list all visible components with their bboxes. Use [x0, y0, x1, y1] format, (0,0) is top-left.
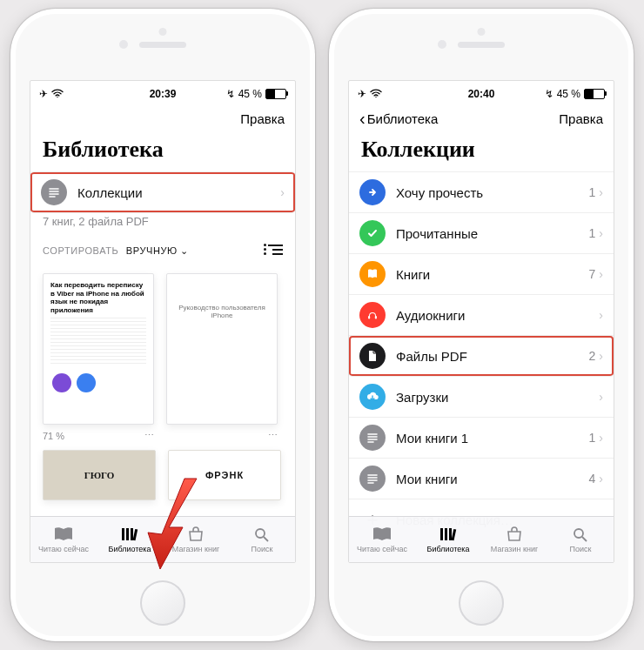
collection-row[interactable]: Аудиокниги› [349, 295, 614, 336]
tab-search[interactable]: Поиск [229, 517, 295, 562]
status-bar: ✈︎ 20:40 ↯ 45 % [349, 81, 614, 104]
collection-row[interactable]: Загрузки› [349, 377, 614, 418]
collections-row[interactable]: Коллекции › [30, 171, 295, 213]
collection-label: Мои книги [396, 472, 589, 486]
collection-label: Хочу прочесть [396, 185, 589, 200]
tab-reading-now[interactable]: Читаю сейчас [30, 517, 97, 562]
chevron-right-icon: › [599, 472, 603, 486]
collection-row[interactable]: Прочитанные1› [349, 213, 614, 254]
chevron-right-icon: › [599, 431, 603, 445]
svg-point-4 [256, 529, 265, 538]
tab-reading-now[interactable]: Читаю сейчас [349, 517, 415, 562]
collection-icon [359, 343, 386, 369]
chevron-right-icon: › [599, 185, 603, 199]
collection-icon [359, 261, 386, 287]
collection-count: 2 [589, 349, 596, 363]
home-button[interactable] [459, 580, 504, 626]
chevron-right-icon: › [599, 349, 603, 363]
status-time: 20:40 [349, 88, 614, 100]
chevron-down-icon: ⌄ [180, 245, 189, 256]
collection-icon [359, 179, 386, 205]
edit-button[interactable]: Правка [559, 111, 603, 126]
collection-icon [359, 220, 386, 246]
tab-library[interactable]: Библиотека [97, 517, 163, 562]
book-item[interactable]: ГЮГО [43, 450, 156, 500]
collection-count: 4 [589, 472, 596, 486]
tab-store[interactable]: Магазин книг [163, 517, 229, 562]
collection-label: Книги [396, 267, 589, 282]
tab-search[interactable]: Поиск [547, 517, 614, 562]
collection-count: 1 [589, 226, 596, 240]
collection-icon [359, 302, 386, 328]
svg-rect-9 [440, 528, 443, 540]
phone-right: ✈︎ 20:40 ↯ 45 % ‹Библиотека Правка Колле… [329, 9, 634, 641]
screen-collections: ✈︎ 20:40 ↯ 45 % ‹Библиотека Правка Колле… [348, 80, 614, 563]
nav-bar: Правка [30, 104, 295, 133]
more-icon[interactable]: ⋯ [144, 430, 154, 441]
collection-icon [359, 466, 386, 492]
tab-bar: Читаю сейчас Библиотека Магазин книг Пои… [349, 516, 614, 562]
collections-list: Хочу прочесть1›Прочитанные1›Книги7›Аудио… [349, 171, 614, 499]
status-time: 20:39 [30, 88, 295, 100]
two-phone-stage: Яблык ✈︎ 20:39 ↯ 45 % [0, 0, 644, 650]
svg-rect-8 [375, 316, 377, 319]
svg-point-13 [574, 529, 583, 538]
svg-rect-11 [449, 528, 452, 540]
chevron-left-icon: ‹ [359, 110, 366, 127]
book-progress: 71 % [43, 431, 64, 441]
chevron-right-icon: › [599, 267, 603, 281]
chevron-right-icon: › [599, 308, 603, 322]
chevron-right-icon: › [280, 185, 285, 199]
page-title: Библиотека [30, 133, 295, 171]
page-title: Коллекции [349, 133, 614, 171]
collection-label: Аудиокниги [396, 308, 595, 323]
book-item[interactable]: Как переводить переписку в Viber на iPho… [43, 273, 154, 441]
sort-bar: СОРТИРОВАТЬ ВРУЧНУЮ ⌄ [30, 237, 295, 266]
svg-line-14 [582, 537, 587, 541]
collection-label: Мои книги 1 [396, 431, 589, 446]
tab-store[interactable]: Магазин книг [481, 517, 547, 562]
book-grid-row-2: ГЮГО ФРЭНК [30, 441, 295, 500]
collection-count: 1 [589, 431, 596, 445]
collection-icon [359, 384, 386, 410]
home-button[interactable] [140, 580, 185, 626]
collection-icon [359, 425, 386, 451]
edit-button[interactable]: Правка [240, 111, 285, 126]
collection-count: 7 [589, 267, 596, 281]
collections-icon [41, 179, 67, 205]
svg-rect-1 [126, 528, 129, 540]
collection-row[interactable]: Мои книги 11› [349, 418, 614, 459]
collection-label: Загрузки [396, 390, 595, 405]
svg-rect-0 [122, 528, 124, 540]
status-bar: ✈︎ 20:39 ↯ 45 % [30, 81, 295, 104]
svg-rect-10 [445, 528, 447, 540]
svg-line-5 [264, 537, 268, 541]
list-view-icon[interactable] [264, 243, 283, 257]
collection-row[interactable]: Хочу прочесть1› [349, 171, 614, 213]
screen-library: ✈︎ 20:39 ↯ 45 % Правка Библиотека [30, 80, 296, 563]
collection-row[interactable]: Мои книги4› [349, 459, 614, 499]
svg-rect-2 [131, 528, 133, 540]
tab-bar: Читаю сейчас Библиотека Магазин книг Пои… [30, 516, 295, 562]
collection-label: Прочитанные [396, 226, 589, 241]
battery-icon [265, 89, 286, 99]
svg-rect-12 [452, 529, 457, 540]
collection-label: Файлы PDF [396, 349, 589, 364]
battery-icon [584, 89, 605, 99]
tab-library[interactable]: Библиотека [415, 517, 481, 562]
svg-rect-7 [368, 316, 370, 319]
book-item[interactable]: Руководство пользователя iPhone ⋯ [166, 273, 278, 441]
more-icon[interactable]: ⋯ [268, 430, 278, 441]
book-grid: Как переводить переписку в Viber на iPho… [30, 266, 295, 441]
nav-bar: ‹Библиотека Правка [349, 104, 614, 133]
chevron-right-icon: › [599, 226, 603, 240]
book-item[interactable]: ФРЭНК [168, 450, 281, 500]
back-button[interactable]: ‹Библиотека [359, 110, 438, 127]
collection-count: 1 [589, 185, 596, 199]
collection-row[interactable]: Файлы PDF2› [349, 336, 614, 377]
chevron-right-icon: › [599, 390, 603, 404]
phone-left: ✈︎ 20:39 ↯ 45 % Правка Библиотека [10, 9, 315, 641]
sort-control[interactable]: СОРТИРОВАТЬ ВРУЧНУЮ ⌄ [43, 242, 189, 258]
collection-row[interactable]: Книги7› [349, 254, 614, 295]
collections-label: Коллекции [77, 185, 280, 200]
